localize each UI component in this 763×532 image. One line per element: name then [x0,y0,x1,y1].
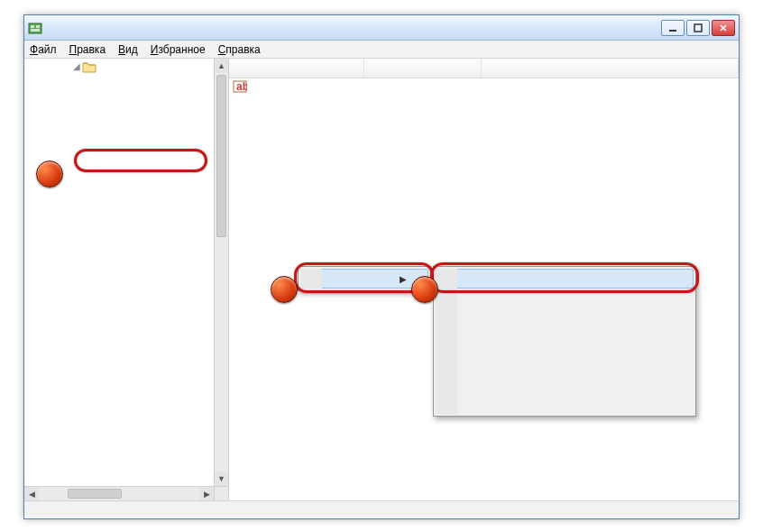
vertical-scrollbar[interactable]: ▲ ▼ [214,59,228,486]
scroll-thumb[interactable] [216,75,226,237]
titlebar[interactable] [24,15,739,41]
ctx-item-string[interactable] [436,295,694,315]
scroll-up-icon[interactable]: ▲ [215,59,228,73]
context-submenu-new [433,266,696,417]
menubar: Файл Правка Вид Избранное Справка [24,41,739,59]
tree-pane: ◢ ▲ ▼ ◀ ▶ [24,59,229,500]
folder-icon [82,60,97,73]
svg-rect-2 [36,25,40,28]
scroll-down-icon[interactable]: ▼ [215,472,228,486]
context-menu-create: ▶ [298,266,431,291]
ctx-item-binary[interactable] [436,315,694,335]
ctx-item-dword[interactable] [436,335,694,354]
minimize-button[interactable] [661,20,685,36]
expander-icon[interactable]: ◢ [71,61,82,71]
horizontal-scrollbar[interactable]: ◀ ▶ [24,486,214,500]
menu-edit[interactable]: Правка [69,43,106,56]
col-name[interactable] [229,59,364,78]
menu-view[interactable]: Вид [118,43,138,56]
ctx-item-qword[interactable] [436,354,694,374]
tree-item-namespace[interactable]: ◢ [24,59,214,74]
svg-text:ab: ab [236,80,247,93]
list-header [229,59,739,78]
ctx-item-expand[interactable] [436,394,694,414]
string-value-icon: ab [233,79,247,94]
svg-rect-4 [669,30,676,32]
menu-help[interactable]: Справка [218,43,261,56]
app-icon [28,21,42,35]
svg-rect-5 [694,24,702,32]
ctx-item-multi[interactable] [436,374,694,394]
svg-rect-3 [31,29,40,32]
scroll-right-icon[interactable]: ▶ [199,487,214,500]
svg-rect-0 [29,23,41,33]
ctx-separator [461,291,692,292]
scroll-corner [214,486,228,500]
menu-favorites[interactable]: Избранное [151,43,206,56]
statusbar [24,500,739,518]
svg-rect-1 [31,25,34,28]
menu-file[interactable]: Файл [30,43,57,56]
list-row-default[interactable]: ab [229,78,739,95]
ctx-item-section[interactable] [436,269,694,289]
col-type[interactable] [364,59,482,78]
scroll-thumb-h[interactable] [68,489,122,499]
close-button[interactable] [712,20,735,36]
submenu-arrow-icon: ▶ [400,274,407,284]
scroll-left-icon[interactable]: ◀ [24,487,39,500]
maximize-button[interactable] [686,20,710,36]
col-value[interactable] [482,59,739,78]
